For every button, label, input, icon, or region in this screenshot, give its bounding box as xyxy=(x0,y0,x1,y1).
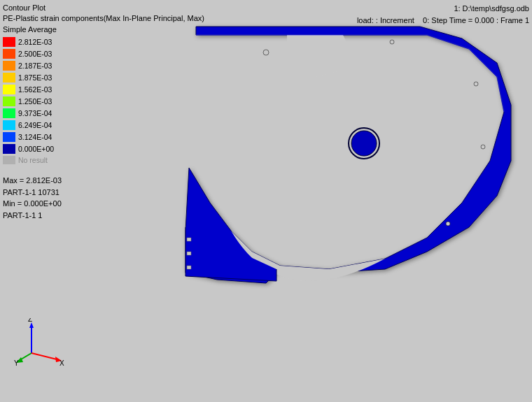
legend-color-swatch xyxy=(3,132,15,142)
stats-panel: Max = 2.812E-03 PART-1-1 10731 Min = 0.0… xyxy=(3,175,62,221)
legend-color-swatch xyxy=(3,49,15,59)
legend-value-label: 2.812E-03 xyxy=(18,38,52,46)
max-part: PART-1-1 10731 xyxy=(3,187,62,199)
legend-value-label: 1.250E-03 xyxy=(18,97,52,106)
legend-no-result-swatch xyxy=(3,156,15,164)
legend-item: 1.875E-03 xyxy=(3,72,54,83)
legend-color-swatch xyxy=(3,144,15,154)
svg-point-2 xyxy=(474,82,478,86)
legend-color-swatch xyxy=(3,37,15,47)
legend-item: 1.562E-03 xyxy=(3,84,54,95)
legend-color-swatch xyxy=(3,96,15,106)
legend-color-swatch xyxy=(3,120,15,130)
legend-value-label: 3.124E-04 xyxy=(18,133,52,141)
svg-text:X: X xyxy=(59,359,64,367)
legend-value-label: 9.373E-04 xyxy=(18,109,52,117)
legend-value-label: 2.187E-03 xyxy=(18,62,52,70)
legend-value-label: 0.000E+00 xyxy=(18,145,54,153)
file-path: 1: D:\temp\sdfgsg.odb xyxy=(357,3,529,15)
fender-3d-view xyxy=(126,21,518,301)
svg-point-4 xyxy=(446,222,450,226)
legend-item: 2.812E-03 xyxy=(3,36,54,48)
svg-rect-11 xyxy=(187,266,191,269)
legend-item: 6.249E-04 xyxy=(3,120,54,131)
legend-value-label: 1.875E-03 xyxy=(18,73,52,82)
max-value: Max = 2.812E-03 xyxy=(3,175,62,187)
legend-value-label: 6.249E-04 xyxy=(18,121,52,129)
svg-point-0 xyxy=(263,50,269,55)
legend-item: 2.500E-03 xyxy=(3,48,54,59)
svg-point-8 xyxy=(351,131,377,156)
axes-indicator: Z Y X xyxy=(14,318,70,367)
color-legend: 2.812E-032.500E-032.187E-031.875E-031.56… xyxy=(3,36,54,166)
svg-text:Y: Y xyxy=(14,359,19,367)
min-part: PART-1-1 1 xyxy=(3,210,62,222)
svg-text:Z: Z xyxy=(28,318,32,323)
legend-item: 1.250E-03 xyxy=(3,96,54,107)
legend-item: 3.124E-04 xyxy=(3,131,54,143)
svg-point-1 xyxy=(390,40,394,44)
legend-color-swatch xyxy=(3,108,15,118)
min-value: Min = 0.000E+00 xyxy=(3,198,62,210)
legend-item: 0.000E+00 xyxy=(3,143,54,155)
legend-no-result: No result xyxy=(3,155,54,165)
legend-value-label: 1.562E-03 xyxy=(18,85,52,94)
legend-no-result-label: No result xyxy=(18,156,48,164)
legend-color-swatch xyxy=(3,73,15,82)
legend-item: 2.187E-03 xyxy=(3,60,54,71)
main-container: Contour Plot PE-Plastic strain component… xyxy=(0,0,532,402)
svg-marker-13 xyxy=(29,322,34,328)
plot-title: Contour Plot xyxy=(3,3,204,13)
legend-color-swatch xyxy=(3,61,15,71)
svg-point-3 xyxy=(481,145,485,149)
svg-rect-9 xyxy=(187,238,191,241)
svg-rect-10 xyxy=(187,252,191,255)
legend-item: 9.373E-04 xyxy=(3,108,54,119)
legend-color-swatch xyxy=(3,85,15,94)
legend-value-label: 2.500E-03 xyxy=(18,50,52,58)
